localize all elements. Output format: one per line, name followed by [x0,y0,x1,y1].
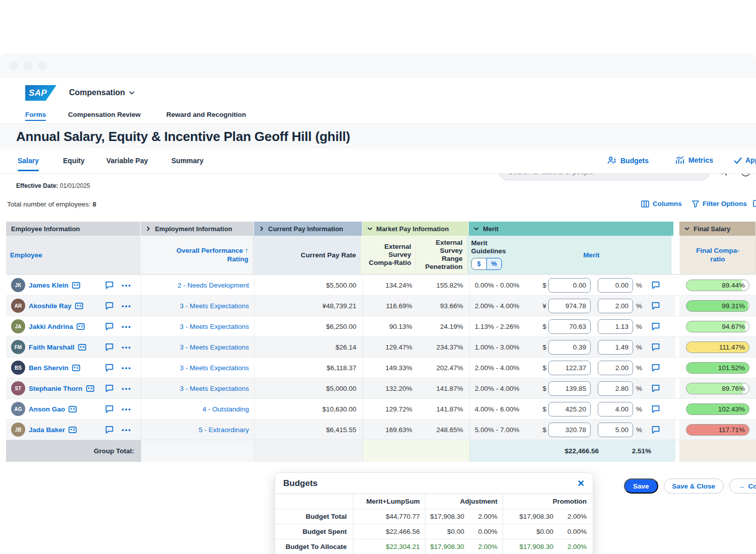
column-header-range-penetration[interactable]: External Survey Range Penetration [416,236,467,274]
employee-name-link[interactable]: Jakki Andrina [29,323,73,330]
complete-button[interactable]: → Complete ( [729,478,756,494]
merit-percent-input[interactable] [598,402,633,417]
comment-icon[interactable] [651,281,660,289]
group-market-pay-information[interactable]: Market Pay Information [362,222,469,236]
performance-rating-link[interactable]: 4 - Outstanding [203,405,249,413]
merit-percent-input[interactable] [598,278,633,293]
comment-icon[interactable] [651,384,660,392]
product-switcher[interactable]: Compensation [69,88,135,97]
group-final-salary[interactable]: Final Salary [679,222,756,236]
performance-rating-link[interactable]: 3 - Meets Expectations [180,323,249,330]
column-header-compa-ratio[interactable]: External Survey Compa-Ratio [360,236,415,274]
row-actions-menu[interactable]: ••• [121,385,132,392]
row-actions-menu[interactable]: ••• [121,343,132,351]
comment-icon[interactable] [105,426,114,434]
contact-card-icon[interactable] [72,282,80,289]
column-group-header-row: Employee Information Employment Informat… [6,222,756,236]
toggle-percent-button[interactable]: % [486,258,502,270]
merit-amount-input[interactable] [548,381,591,396]
column-header-performance-rating[interactable]: Overall Performance ↑ Rating [176,246,248,263]
metrics-button[interactable]: Metrics [675,156,713,164]
employee-name-link[interactable]: Ben Shervin [29,364,69,372]
employee-name-link[interactable]: Faith Marshall [29,343,75,351]
filter-options-button[interactable]: Filter Options [692,200,747,207]
merit-amount-input[interactable] [548,278,591,293]
group-employment-information[interactable]: Employment Information [141,222,254,236]
employee-name-link[interactable]: Stephanie Thorn [29,385,83,392]
comment-icon[interactable] [105,302,114,310]
comment-icon[interactable] [651,405,660,413]
merit-amount-input[interactable] [548,319,591,334]
performance-rating-link[interactable]: 2 - Needs Development [177,282,249,289]
merit-percent-input[interactable] [598,361,633,375]
merit-percent-input[interactable] [598,423,633,437]
comment-icon[interactable] [105,364,114,372]
save-button[interactable]: Save [624,478,658,494]
merit-percent-input[interactable] [598,340,633,355]
contact-card-icon[interactable] [72,365,80,371]
merit-percent-input[interactable] [598,299,633,313]
row-actions-menu[interactable]: ••• [121,323,132,330]
comment-icon[interactable] [651,302,660,310]
contact-card-icon[interactable] [86,385,94,392]
comment-icon[interactable] [105,405,114,413]
nav-item-forms[interactable]: Forms [25,111,46,121]
comment-icon[interactable] [105,384,114,392]
contact-card-icon[interactable] [78,344,86,351]
merit-amount-input[interactable] [548,340,591,355]
budgets-button[interactable]: Budgets [607,156,649,165]
group-merit[interactable]: Merit [469,222,674,236]
contact-card-icon[interactable] [75,303,83,309]
comment-icon[interactable] [651,343,660,351]
employee-name-link[interactable]: James Klein [29,282,69,289]
group-current-pay-information[interactable]: Current Pay Information [254,222,362,236]
employee-name-link[interactable]: Jada Baker [29,426,65,434]
row-actions-menu[interactable]: ••• [121,364,132,372]
performance-rating-link[interactable]: 3 - Meets Expectations [180,385,249,392]
merit-amount-input[interactable] [548,402,591,417]
column-header-merit-group: Merit Guidelines $ % Merit [467,236,671,274]
comment-icon[interactable] [651,322,660,330]
merit-percent-input[interactable] [598,381,633,396]
merit-cell: 5.00% - 7.00%$% [470,420,675,440]
tab-summary[interactable]: Summary [171,157,204,165]
row-actions-menu[interactable]: ••• [121,426,132,434]
merit-guidelines-header: Merit Guidelines [471,239,517,255]
comment-icon[interactable] [105,343,114,351]
row-actions-menu[interactable]: ••• [121,405,132,413]
column-header-final-compa-ratio[interactable]: Final Compa-ratio [692,246,743,263]
nav-item-reward-recognition[interactable]: Reward and Recognition [166,111,246,118]
comment-icon[interactable] [651,426,660,434]
comment-icon[interactable] [105,322,114,330]
contact-card-icon[interactable] [77,323,85,330]
tab-variable-pay[interactable]: Variable Pay [106,157,148,165]
approve-button[interactable]: Approve [734,156,756,164]
column-header-merit[interactable]: Merit [583,251,599,259]
employee-name-link[interactable]: Akoshile Ray [29,302,72,310]
save-and-close-button[interactable]: Save & Close [664,478,724,494]
toggle-dollar-button[interactable]: $ [471,258,487,270]
row-actions-menu[interactable]: ••• [121,282,132,289]
performance-rating-link[interactable]: 3 - Meets Expectations [180,343,249,351]
more-toolbar-icon[interactable] [753,200,756,207]
row-actions-menu[interactable]: ••• [121,302,132,310]
performance-rating-link[interactable]: 5 - Extraordinary [199,426,249,434]
contact-card-icon[interactable] [69,406,77,412]
tab-salary[interactable]: Salary [18,157,39,165]
performance-rating-link[interactable]: 3 - Meets Expectations [180,364,249,372]
nav-item-compensation-review[interactable]: Compensation Review [68,111,141,118]
merit-amount-input[interactable] [548,299,591,313]
tab-equity[interactable]: Equity [63,157,85,165]
merit-amount-input[interactable] [548,361,591,375]
contact-card-icon[interactable] [69,427,77,433]
merit-percent-input[interactable] [598,319,633,334]
comment-icon[interactable] [105,281,114,289]
columns-button[interactable]: Columns [641,200,682,207]
performance-rating-link[interactable]: 3 - Meets Expectations [180,302,249,310]
close-icon[interactable]: ✕ [577,479,585,488]
comment-icon[interactable] [651,364,660,372]
merit-amount-input[interactable] [548,423,591,437]
column-header-current-pay-rate[interactable]: Current Pay Rate [253,236,361,274]
column-header-employee[interactable]: Employee [10,251,42,259]
employee-name-link[interactable]: Anson Gao [29,405,65,413]
